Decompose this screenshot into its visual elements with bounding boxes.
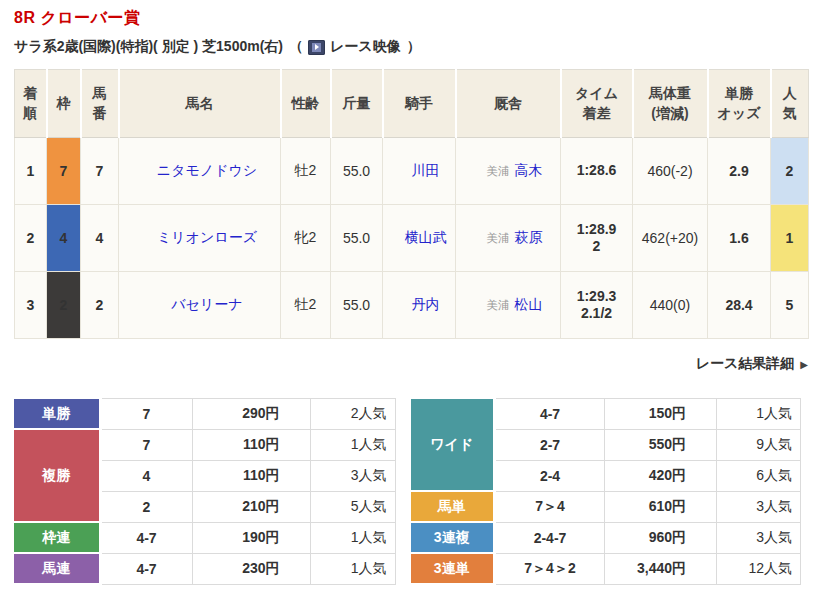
finish-margin: 2.1/2	[561, 305, 632, 323]
time-margin-cell: 1:29.32.1/2	[561, 272, 633, 339]
results-col-header-0: 着 順	[15, 70, 47, 138]
horse-weight: 460(-2)	[633, 138, 708, 205]
payout-popularity: 2人気	[310, 398, 395, 429]
payout-amount: 960円	[605, 522, 717, 553]
carried-weight: 55.0	[331, 138, 383, 205]
stable-region: 美浦	[487, 299, 510, 311]
payout-amount: 420円	[605, 460, 717, 491]
results-col-header-5: 斤量	[331, 70, 383, 138]
trainer-link[interactable]: 高木	[515, 162, 543, 178]
payout-combination: 2-4-7	[495, 522, 605, 553]
payout-amount: 3,440円	[605, 553, 717, 584]
bracket-number: 4	[47, 205, 81, 272]
carried-weight: 55.0	[331, 272, 383, 339]
payout-table-right: ワイド4-7150円1人気2-7550円9人気2-4420円6人気馬単7＞461…	[411, 397, 802, 585]
race-conditions-text: サラ系2歳(国際)(特指)( 別定 ) 芝1500m(右)	[14, 38, 283, 56]
payout-popularity: 3人気	[717, 522, 801, 553]
result-row-place-3: 322バセリーナ牡255.0丹内美浦松山1:29.32.1/2440(0)28.…	[15, 272, 809, 339]
horse-weight: 440(0)	[633, 272, 708, 339]
popularity: 2	[771, 138, 809, 205]
finish-time: 1:29.3	[561, 288, 632, 306]
horse-name-link[interactable]: ニタモノドウシ	[157, 162, 257, 178]
result-row-place-1: 177ニタモノドウシ牡255.0川田美浦高木1:28.6460(-2)2.92	[15, 138, 809, 205]
payout-type-単勝: 単勝	[14, 398, 100, 429]
stable-cell: 美浦松山	[456, 272, 561, 339]
finish-position: 2	[15, 205, 47, 272]
payout-popularity: 3人気	[717, 491, 801, 522]
payout-combination: 4-7	[100, 553, 192, 584]
horse-name-cell: ミリオンローズ	[119, 205, 281, 272]
sex-age: 牡2	[281, 138, 331, 205]
jockey-link[interactable]: 丹内	[412, 296, 440, 312]
jockey-link[interactable]: 川田	[412, 162, 440, 178]
horse-name-link[interactable]: バセリーナ	[171, 296, 242, 312]
payout-amount: 550円	[605, 429, 717, 460]
time-margin-cell: 1:28.6	[561, 138, 633, 205]
popularity: 1	[771, 205, 809, 272]
payout-combination: 7	[100, 398, 192, 429]
payout-type-複勝: 複勝	[14, 429, 100, 522]
payout-type-馬連: 馬連	[14, 553, 100, 584]
horse-number: 2	[81, 272, 119, 339]
payout-row-3連複: 3連複2-4-7960円3人気	[411, 522, 801, 553]
jockey-link[interactable]: 横山武	[405, 229, 447, 245]
trainer-link[interactable]: 萩原	[515, 229, 543, 245]
horse-name-link[interactable]: ミリオンローズ	[157, 229, 257, 245]
results-col-header-2: 馬 番	[81, 70, 119, 138]
trainer-link[interactable]: 松山	[515, 296, 543, 312]
finish-time: 1:28.6	[561, 162, 632, 180]
payout-row-馬連: 馬連4-7230円1人気	[14, 553, 395, 584]
race-result-detail-link[interactable]: レース結果詳細▶	[696, 355, 808, 371]
payout-popularity: 12人気	[717, 553, 801, 584]
payout-type-3連複: 3連複	[411, 522, 495, 553]
finish-margin: 2	[561, 238, 632, 256]
payout-amount: 190円	[192, 522, 310, 553]
win-odds: 1.6	[708, 205, 771, 272]
results-col-header-7: 厩舎	[456, 70, 561, 138]
chevron-right-icon: ▶	[800, 359, 808, 370]
payout-combination: 4-7	[100, 522, 192, 553]
bracket-number: 7	[47, 138, 81, 205]
payout-type-馬単: 馬単	[411, 491, 495, 522]
detail-link-label: レース結果詳細	[696, 355, 795, 371]
payout-amount: 210円	[192, 491, 310, 522]
finish-time: 1:28.9	[561, 221, 632, 239]
horse-weight: 462(+20)	[633, 205, 708, 272]
payout-type-枠連: 枠連	[14, 522, 100, 553]
payout-combination: 2-7	[495, 429, 605, 460]
payout-amount: 610円	[605, 491, 717, 522]
payout-combination: 7＞4	[495, 491, 605, 522]
payout-combination: 2-4	[495, 460, 605, 491]
results-col-header-4: 性齢	[281, 70, 331, 138]
payout-amount: 110円	[192, 460, 310, 491]
stable-region: 美浦	[487, 232, 510, 244]
result-row-place-2: 244ミリオンローズ牝255.0横山武美浦萩原1:28.92462(+20)1.…	[15, 205, 809, 272]
payout-row-単勝: 単勝7290円2人気	[14, 398, 395, 429]
payout-amount: 110円	[192, 429, 310, 460]
payout-combination: 2	[100, 491, 192, 522]
payout-amount: 150円	[605, 398, 717, 429]
sex-age: 牝2	[281, 205, 331, 272]
stable-cell: 美浦高木	[456, 138, 561, 205]
bracket-number: 2	[47, 272, 81, 339]
payout-amount: 230円	[192, 553, 310, 584]
payout-row-ワイド: ワイド4-7150円1人気	[411, 398, 801, 429]
results-col-header-9: 馬体重 (増減)	[633, 70, 708, 138]
payout-popularity: 5人気	[310, 491, 395, 522]
win-odds: 2.9	[708, 138, 771, 205]
results-col-header-8: タイム 着差	[561, 70, 633, 138]
results-col-header-1: 枠	[47, 70, 81, 138]
detail-link-row: レース結果詳細▶	[14, 354, 808, 373]
paren-close: ）	[407, 38, 421, 56]
payout-type-ワイド: ワイド	[411, 398, 495, 491]
payout-section: 単勝7290円2人気複勝7110円1人気4110円3人気2210円5人気枠連4-…	[14, 397, 808, 585]
payout-combination: 7＞4＞2	[495, 553, 605, 584]
race-video-label: レース映像	[330, 38, 401, 56]
race-video-link[interactable]: レース映像	[303, 38, 401, 56]
sex-age: 牡2	[281, 272, 331, 339]
paren-open: （	[289, 38, 303, 56]
race-result-page: 8R クローバー賞 サラ系2歳(国際)(特指)( 別定 ) 芝1500m(右) …	[0, 0, 822, 585]
race-title: 8R クローバー賞	[14, 8, 808, 29]
payout-combination: 7	[100, 429, 192, 460]
results-col-header-3: 馬名	[119, 70, 281, 138]
